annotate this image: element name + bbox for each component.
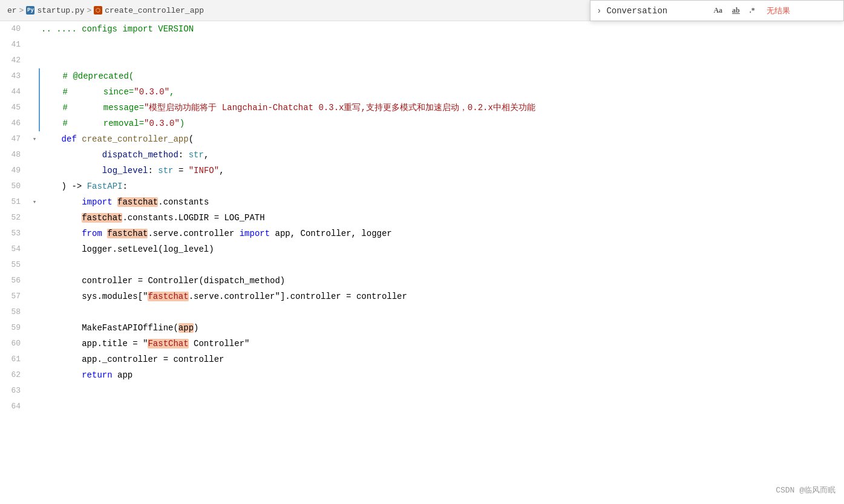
line-content-53: from fastchat.serve.controller import ap… — [39, 226, 844, 241]
line-num-63: 63 — [0, 383, 30, 399]
fold-42 — [30, 53, 39, 68]
line-num-41: 41 — [0, 37, 30, 53]
no-result-label: 无结果 — [767, 5, 790, 16]
breadcrumb-part1: er — [7, 6, 17, 15]
fold-54 — [30, 241, 39, 257]
code-line-43: 43 # @deprecated( — [0, 68, 844, 84]
breadcrumb-sep1: > — [19, 6, 24, 15]
breadcrumb-text2: startup.py — [37, 6, 84, 15]
code-line-54: 54 logger.setLevel(log_level) — [0, 241, 844, 257]
line-num-51: 51 — [0, 194, 30, 210]
line-content-62: return app — [39, 367, 844, 383]
line-num-48: 48 — [0, 147, 30, 163]
code-line-52: 52 fastchat.constants.LOGDIR = LOG_PATH — [0, 210, 844, 226]
line-content-64 — [39, 399, 844, 414]
breadcrumb-part2[interactable]: Py startup.py — [26, 6, 84, 15]
line-num-44: 44 — [0, 84, 30, 100]
line-content-43: # @deprecated( — [39, 68, 844, 84]
line-num-58: 58 — [0, 304, 30, 320]
fold-62 — [30, 367, 39, 383]
fold-51[interactable]: ▾ — [30, 194, 39, 210]
fold-55 — [30, 257, 39, 273]
code-line-44: 44 # since="0.3.0", — [0, 84, 844, 100]
breadcrumb-bar: er > Py startup.py > ⬡ create_controller… — [0, 0, 844, 21]
code-line-57: 57 sys.modules["fastchat.serve.controlle… — [0, 289, 844, 304]
line-num-52: 52 — [0, 210, 30, 226]
fold-45 — [30, 100, 39, 116]
fold-43 — [30, 68, 39, 84]
code-line-46: 46 # removal="0.3.0") — [0, 116, 844, 131]
match-case-button[interactable]: Aa — [710, 4, 725, 17]
code-line-55: 55 — [0, 257, 844, 273]
fold-53 — [30, 226, 39, 241]
code-line-49: 49 log_level: str = "INFO", — [0, 163, 844, 178]
fold-56 — [30, 273, 39, 289]
fold-41 — [30, 37, 39, 53]
search-expand-icon[interactable]: › — [597, 6, 601, 16]
line-num-42: 42 — [0, 53, 30, 68]
code-line-42: 42 — [0, 53, 844, 68]
fold-59 — [30, 320, 39, 336]
line-num-60: 60 — [0, 336, 30, 352]
line-num-61: 61 — [0, 352, 30, 367]
line-num-54: 54 — [0, 241, 30, 257]
line-num-49: 49 — [0, 163, 30, 178]
fold-48 — [30, 147, 39, 163]
fold-64 — [30, 399, 39, 414]
fold-61 — [30, 352, 39, 367]
breadcrumb-part3[interactable]: ⬡ create_controller_app — [94, 6, 204, 15]
line-content-57: sys.modules["fastchat.serve.controller"]… — [39, 289, 844, 304]
fold-58 — [30, 304, 39, 320]
line-content-59: MakeFastAPIOffline(app) — [39, 320, 844, 336]
line-content-56: controller = Controller(dispatch_method) — [39, 273, 844, 289]
line-num-40: 40 — [0, 21, 30, 37]
fold-40 — [30, 21, 39, 37]
fold-60 — [30, 336, 39, 352]
line-num-53: 53 — [0, 226, 30, 241]
line-content-51: import fastchat.constants — [39, 194, 844, 210]
search-input[interactable] — [606, 6, 703, 16]
line-content-46: # removal="0.3.0") — [39, 116, 844, 131]
code-line-59: 59 MakeFastAPIOffline(app) — [0, 320, 844, 336]
fold-63 — [30, 383, 39, 399]
match-whole-word-button[interactable]: ab — [729, 4, 743, 17]
line-num-43: 43 — [0, 68, 30, 84]
symbol-icon: ⬡ — [94, 6, 102, 15]
line-content-52: fastchat.constants.LOGDIR = LOG_PATH — [39, 210, 844, 226]
line-num-57: 57 — [0, 289, 30, 304]
line-num-55: 55 — [0, 257, 30, 273]
line-num-46: 46 — [0, 116, 30, 131]
line-content-45: # message="模型启动功能将于 Langchain-Chatchat 0… — [39, 100, 844, 116]
code-editor: 40 .. .... configs import VERSION 41 42 … — [0, 21, 844, 504]
search-bar[interactable]: › Aa ab .* 无结果 — [590, 0, 844, 21]
code-line-50: 50 ) -> FastAPI: — [0, 178, 844, 194]
python-file-icon: Py — [26, 6, 34, 15]
line-num-50: 50 — [0, 178, 30, 194]
line-content-61: app._controller = controller — [39, 352, 844, 367]
line-num-47: 47 — [0, 131, 30, 147]
line-content-58 — [39, 304, 844, 320]
line-num-59: 59 — [0, 320, 30, 336]
line-content-50: ) -> FastAPI: — [39, 178, 844, 194]
line-content-60: app.title = "FastChat Controller" — [39, 336, 844, 352]
code-line-48: 48 dispatch_method: str, — [0, 147, 844, 163]
breadcrumb-text3: create_controller_app — [105, 6, 204, 15]
fold-44 — [30, 84, 39, 100]
line-content-54: logger.setLevel(log_level) — [39, 241, 844, 257]
fold-46 — [30, 116, 39, 131]
line-content-42 — [39, 53, 844, 68]
line-content-40: .. .... configs import VERSION — [39, 21, 844, 37]
code-line-58: 58 — [0, 304, 844, 320]
line-content-55 — [39, 257, 844, 273]
fold-52 — [30, 210, 39, 226]
code-line-60: 60 app.title = "FastChat Controller" — [0, 336, 844, 352]
use-regex-button[interactable]: .* — [747, 4, 758, 17]
code-line-45: 45 # message="模型启动功能将于 Langchain-Chatcha… — [0, 100, 844, 116]
breadcrumb-text1: er — [7, 6, 17, 15]
fold-47[interactable]: ▾ — [30, 131, 39, 147]
line-num-45: 45 — [0, 100, 30, 116]
code-line-61: 61 app._controller = controller — [0, 352, 844, 367]
line-content-44: # since="0.3.0", — [39, 84, 844, 100]
line-num-64: 64 — [0, 399, 30, 414]
line-content-49: log_level: str = "INFO", — [39, 163, 844, 178]
